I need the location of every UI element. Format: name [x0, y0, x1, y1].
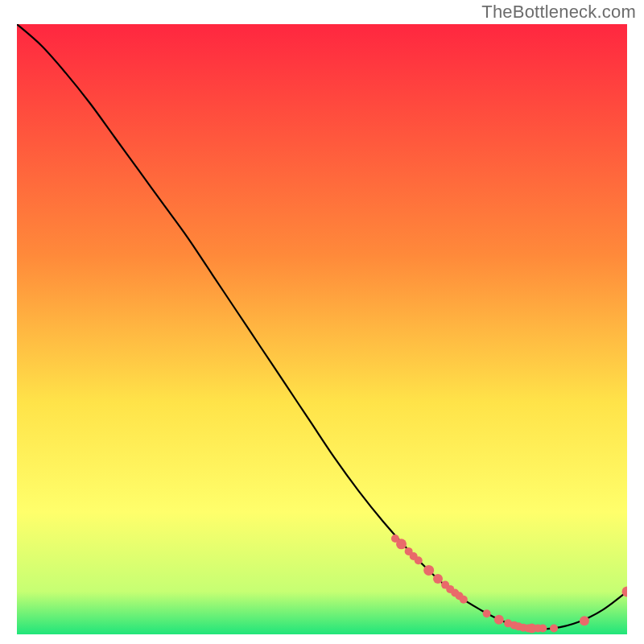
point-marker [494, 615, 504, 625]
point-marker [483, 609, 491, 617]
point-marker [433, 574, 443, 584]
watermark-text: TheBottleneck.com [481, 2, 636, 23]
point-marker [460, 596, 468, 604]
point-marker [550, 624, 558, 632]
chart-canvas: TheBottleneck.com [0, 0, 644, 644]
point-marker [396, 539, 407, 549]
plot-area [17, 24, 627, 634]
gradient-background [17, 24, 627, 634]
point-marker [580, 616, 589, 625]
chart-svg [17, 24, 627, 634]
point-marker [539, 624, 547, 632]
point-marker [415, 556, 423, 564]
point-marker [423, 565, 434, 576]
